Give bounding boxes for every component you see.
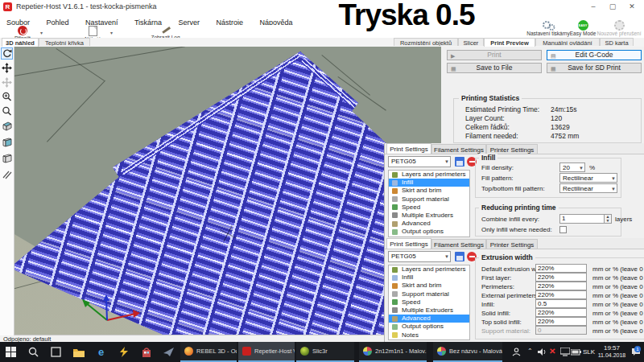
tab-sd-card[interactable]: SD karta (600, 38, 634, 46)
ew-input[interactable]: 220% (535, 273, 587, 282)
file-explorer-icon[interactable] (72, 346, 85, 358)
save-for-sd-button[interactable]: ▦ Save for SD Print (547, 63, 642, 73)
task-view-icon[interactable] (50, 346, 62, 358)
ew-input[interactable]: 0.5 (535, 299, 587, 308)
combine-infill-input[interactable]: 1 (559, 214, 605, 224)
pencil-icon (161, 26, 171, 35)
tree-item-speed[interactable]: Speed (389, 204, 469, 212)
chevron-up-icon[interactable]: ⌃ (527, 348, 533, 355)
extrusion-width-title: Extrusion width (479, 253, 535, 261)
tree-item-advanced[interactable]: Advanced (389, 315, 469, 323)
tree-item-layers[interactable]: Layers and perimeters (389, 265, 469, 274)
view-toolbar (0, 47, 14, 335)
antivirus-x-icon[interactable]: ✕ (549, 347, 555, 356)
chevron-down-icon[interactable]: ▾ (110, 30, 113, 35)
isometric-view-button[interactable] (2, 121, 12, 131)
paint-icon (437, 347, 446, 356)
tab-print-settings[interactable]: Print Settings (386, 238, 431, 249)
print-button[interactable]: ▶ Print (447, 50, 542, 60)
people-icon[interactable] (510, 346, 522, 358)
start-button[interactable] (5, 346, 17, 358)
top-pattern-label: Top/bottom fill pattern: (481, 185, 545, 192)
display-icon[interactable] (559, 346, 571, 358)
edit-gcode-button[interactable]: ▤ Edit G-Code (547, 50, 642, 60)
fill-pattern-select[interactable]: Rectilinear▼ (559, 173, 617, 183)
tab-filament-settings[interactable]: Filament Settings (431, 144, 486, 154)
tab-temperature-curve[interactable]: Teplotní křivka (39, 38, 90, 46)
tab-slicer[interactable]: Slicer (458, 38, 484, 46)
stat-label: Layer Count: (465, 114, 505, 122)
tab-print-preview[interactable]: Print Preview (484, 38, 535, 47)
front-view-button[interactable] (2, 137, 12, 147)
tab-filament-settings[interactable]: Filament Settings (431, 239, 486, 249)
tree-item-skirt[interactable]: Skirt and brim (389, 282, 469, 290)
tree-item-notes[interactable]: Notes (389, 237, 469, 238)
tree-item-notes[interactable]: Notes (389, 331, 469, 339)
top-view-button[interactable] (2, 153, 12, 163)
emergency-stop-button[interactable]: Nouzové přerušení (596, 20, 642, 36)
rotate-view-button[interactable] (2, 48, 12, 59)
tab-manual-control[interactable]: Manuální ovládání (535, 38, 600, 46)
battery-icon[interactable] (570, 346, 582, 358)
clock-time[interactable]: 19:57 (600, 344, 624, 352)
speaker-icon[interactable] (536, 346, 548, 358)
tree-item-skirt[interactable]: Skirt and brim (389, 187, 469, 195)
tab-3d-view[interactable]: 3D náhled (2, 38, 39, 47)
tree-item-support[interactable]: Support material (389, 195, 469, 204)
close-button[interactable]: ✕ (623, 0, 641, 13)
extruders-icon (392, 307, 398, 313)
profile-select[interactable]: PETG05▼ (388, 156, 451, 167)
profile-select[interactable]: PETG05▼ (388, 251, 451, 262)
tree-item-infill[interactable]: Infill (389, 179, 469, 187)
edge-browser-icon[interactable]: e (95, 346, 107, 358)
tab-printer-settings[interactable]: Printer Settings (486, 239, 538, 249)
taskbar-window-repetier[interactable]: Repetier-Host V1.6... (238, 342, 295, 362)
tree-item-support[interactable]: Support material (389, 290, 469, 298)
taskbar-window-firefox[interactable]: REBEL 3D - Odeslat... (180, 342, 237, 362)
zoom-in-button[interactable] (2, 92, 12, 102)
tab-print-settings[interactable]: Print Settings (386, 143, 431, 154)
tree-item-output[interactable]: Output options (389, 323, 469, 331)
bed-grid-line (47, 80, 105, 142)
zoom-button[interactable] (2, 106, 12, 117)
tree-item-extruders[interactable]: Multiple Extruders (389, 212, 469, 220)
chevron-down-icon[interactable]: ▾ (40, 30, 43, 35)
tree-item-output[interactable]: Output options (389, 228, 469, 236)
tree-item-infill[interactable]: Infill (389, 274, 469, 282)
store-icon[interactable] (140, 346, 152, 358)
language-indicator[interactable]: SLK (583, 348, 595, 356)
tree-item-advanced[interactable]: Advanced (389, 220, 469, 228)
tree-item-layers[interactable]: Layers and perimeters (389, 171, 469, 179)
fill-density-input[interactable]: 20▼ (559, 162, 585, 172)
save-to-file-button[interactable]: ▦ Save to File (447, 63, 542, 73)
ew-input[interactable]: 220% (535, 308, 587, 317)
lightning-app-icon[interactable] (118, 346, 130, 358)
maximize-button[interactable]: ▢ (604, 0, 621, 13)
gcode-3d-viewport[interactable] (0, 47, 441, 335)
ew-label: Top solid infill: (481, 319, 522, 326)
move-object-button[interactable] (2, 77, 12, 88)
save-profile-icon[interactable] (455, 157, 464, 167)
minimize-button[interactable]: – (584, 0, 602, 13)
tab-object-placement[interactable]: Rozmístění objektů (394, 38, 458, 46)
only-infill-checkbox[interactable] (559, 226, 567, 233)
tab-printer-settings[interactable]: Printer Settings (486, 144, 538, 154)
move-view-button[interactable] (2, 63, 12, 73)
parallel-projection-button[interactable] (2, 169, 12, 179)
spinner-arrows[interactable]: ▲▼ (605, 214, 612, 224)
top-pattern-select[interactable]: Rectilinear▼ (559, 183, 617, 193)
paper-plane-app-icon[interactable] (163, 346, 175, 358)
clock-date[interactable]: 11.04.2018 (596, 352, 628, 358)
ew-input[interactable]: 220% (535, 282, 587, 290)
ew-input[interactable]: 220% (535, 317, 587, 326)
taskbar-window-slic3r[interactable]: Slic3r (296, 342, 354, 362)
tree-item-speed[interactable]: Speed (389, 298, 469, 306)
ew-input[interactable]: 220% (535, 290, 587, 299)
tree-item-extruders[interactable]: Multiple Extruders (389, 306, 469, 315)
paint-icon (363, 347, 372, 356)
save-profile-icon[interactable] (455, 252, 464, 261)
taskbar-window-paint2[interactable]: Bez názvu - Malová... (433, 342, 502, 362)
taskbar-window-paint1[interactable]: 2n12m1n1 - Malov... (359, 342, 427, 362)
ew-input[interactable]: 220% (535, 264, 587, 273)
search-icon[interactable] (27, 346, 39, 358)
